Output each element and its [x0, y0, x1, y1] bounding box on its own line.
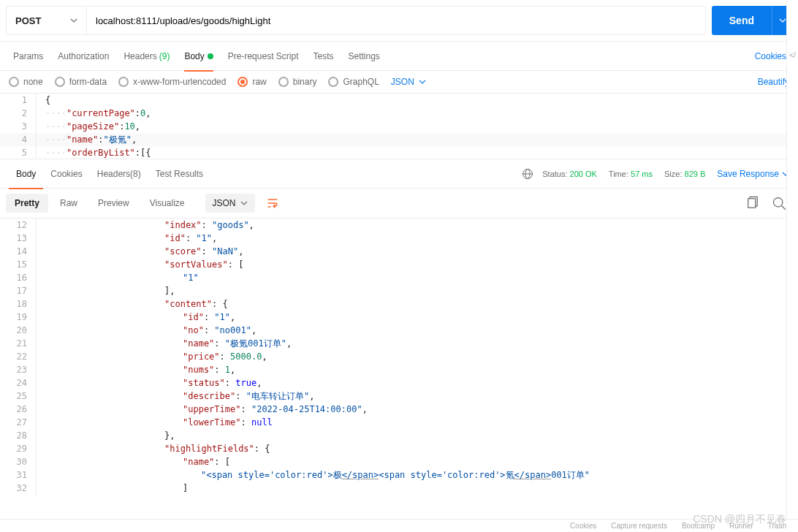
- editor-line[interactable]: 29"highlightFields": {: [0, 442, 798, 455]
- line-number: 31: [0, 468, 37, 482]
- request-body-editor[interactable]: 1{2····"currentPage":0,3····"pageSize":1…: [0, 94, 798, 159]
- line-number: 4: [0, 133, 37, 146]
- res-tab-body[interactable]: Body: [9, 159, 43, 189]
- response-header: Body Cookies Headers (8) Test Results St…: [0, 159, 798, 189]
- line-number: 5: [0, 146, 37, 159]
- response-toolbar: Pretty Raw Preview Visualize JSON: [0, 189, 798, 218]
- line-wrap-icon[interactable]: [262, 193, 283, 213]
- editor-line[interactable]: 27"lowerTime": null: [0, 416, 798, 429]
- editor-line[interactable]: 24"status": true,: [0, 376, 798, 390]
- chevron-down-icon: [70, 17, 77, 24]
- tab-body-label: Body: [184, 51, 204, 61]
- editor-line[interactable]: 4····"name":"极氪",: [0, 133, 798, 146]
- tab-body[interactable]: Body: [177, 42, 220, 71]
- editor-line[interactable]: 17],: [0, 284, 798, 297]
- footer-runner[interactable]: Runner: [729, 522, 753, 530]
- editor-line[interactable]: 16"1": [0, 271, 798, 284]
- tab-prerequest[interactable]: Pre-request Script: [221, 42, 306, 71]
- url-bar: POST Send: [0, 0, 798, 42]
- editor-line[interactable]: 33},: [0, 495, 798, 496]
- line-number: 25: [0, 390, 37, 403]
- editor-line[interactable]: 2····"currentPage":0,: [0, 107, 798, 120]
- editor-line[interactable]: 23"nums": 1,: [0, 363, 798, 376]
- tab-settings[interactable]: Settings: [341, 42, 387, 71]
- radio-formdata[interactable]: form-data: [55, 77, 107, 87]
- editor-line[interactable]: 3····"pageSize":10,: [0, 120, 798, 133]
- editor-line[interactable]: 30"name": [: [0, 455, 798, 468]
- editor-line[interactable]: 12"index": "goods",: [0, 218, 798, 232]
- res-headers-count: (8): [130, 169, 141, 179]
- search-icon[interactable]: [772, 196, 786, 210]
- radio-binary[interactable]: binary: [278, 77, 317, 87]
- editor-line[interactable]: 31"<span style='color:red'>极</span><span…: [0, 468, 798, 482]
- editor-line[interactable]: 1{: [0, 94, 798, 107]
- editor-line[interactable]: 26"upperTime": "2022-04-25T14:00:00",: [0, 403, 798, 416]
- editor-line[interactable]: 19"id": "1",: [0, 311, 798, 324]
- save-response[interactable]: Save Response: [717, 169, 789, 179]
- view-raw[interactable]: Raw: [51, 194, 86, 213]
- radio-icon: [278, 77, 289, 87]
- body-language-select[interactable]: JSON: [391, 77, 426, 87]
- url-input[interactable]: [86, 6, 706, 35]
- response-body-editor[interactable]: 12"index": "goods",13"id": "1",14"score"…: [0, 218, 798, 496]
- view-pretty[interactable]: Pretty: [6, 194, 48, 213]
- res-tab-test-results[interactable]: Test Results: [148, 159, 210, 189]
- line-number: 15: [0, 258, 37, 271]
- footer-cookies[interactable]: Cookies: [570, 522, 596, 530]
- tab-authorization[interactable]: Authorization: [50, 42, 116, 71]
- footer-trash[interactable]: Trash: [768, 522, 786, 530]
- footer-capture[interactable]: Capture requests: [611, 522, 667, 530]
- svg-rect-3: [748, 199, 756, 208]
- radio-icon: [328, 77, 338, 87]
- line-number: 26: [0, 403, 37, 416]
- editor-line[interactable]: 21"name": "极氪001订单",: [0, 337, 798, 350]
- radio-urlencoded[interactable]: x-www-form-urlencoded: [118, 77, 226, 87]
- editor-line[interactable]: 28},: [0, 429, 798, 442]
- request-tabs: Params Authorization Headers (9) Body Pr…: [0, 42, 798, 71]
- view-preview[interactable]: Preview: [89, 194, 138, 213]
- editor-line[interactable]: 15"sortValues": [: [0, 258, 798, 271]
- editor-line[interactable]: 5····"orderByList":[{: [0, 146, 798, 159]
- svg-point-4: [774, 198, 783, 208]
- method-select[interactable]: POST: [6, 6, 86, 35]
- footer-bootcamp[interactable]: Bootcamp: [682, 522, 715, 530]
- line-number: 19: [0, 311, 37, 324]
- method-value: POST: [15, 15, 41, 26]
- radio-raw[interactable]: raw: [238, 77, 266, 87]
- editor-line[interactable]: 32]: [0, 482, 798, 495]
- tab-tests[interactable]: Tests: [305, 42, 341, 71]
- line-number: 18: [0, 297, 37, 311]
- status-info: Status: 200 OK Time: 57 ms Size: 829 B: [542, 170, 705, 178]
- line-number: 24: [0, 376, 37, 390]
- radio-none[interactable]: none: [9, 77, 43, 87]
- editor-line[interactable]: 22"price": 5000.0,: [0, 350, 798, 363]
- line-number: 13: [0, 232, 37, 245]
- view-visualize[interactable]: Visualize: [141, 194, 194, 213]
- radio-icon: [238, 77, 248, 87]
- footer-statusbar: Cookies Capture requests Bootcamp Runner…: [0, 519, 798, 532]
- line-number: 3: [0, 120, 37, 133]
- tab-headers[interactable]: Headers (9): [116, 42, 177, 71]
- editor-line[interactable]: 20"no": "no001",: [0, 324, 798, 337]
- line-number: 29: [0, 442, 37, 455]
- res-tab-headers[interactable]: Headers (8): [90, 159, 148, 189]
- response-language-select[interactable]: JSON: [205, 194, 255, 213]
- send-button[interactable]: Send: [712, 6, 772, 35]
- editor-line[interactable]: 14"score": "NaN",: [0, 245, 798, 258]
- beautify-link[interactable]: Beautify: [758, 77, 789, 87]
- copy-icon[interactable]: [745, 196, 760, 210]
- radio-icon: [55, 77, 65, 87]
- headers-count: (9): [159, 51, 170, 61]
- editor-line[interactable]: 25"describe": "电车转让订单",: [0, 390, 798, 403]
- radio-graphql[interactable]: GraphQL: [328, 77, 379, 87]
- chevron-down-icon: [779, 18, 786, 23]
- editor-line[interactable]: 18"content": {: [0, 297, 798, 311]
- line-number: 1: [0, 94, 37, 107]
- res-tab-cookies[interactable]: Cookies: [43, 159, 89, 189]
- radio-icon: [118, 77, 129, 87]
- tab-params[interactable]: Params: [6, 42, 50, 71]
- globe-icon[interactable]: [522, 168, 533, 180]
- line-number: 22: [0, 350, 37, 363]
- chevron-down-icon: [240, 201, 248, 205]
- editor-line[interactable]: 13"id": "1",: [0, 232, 798, 245]
